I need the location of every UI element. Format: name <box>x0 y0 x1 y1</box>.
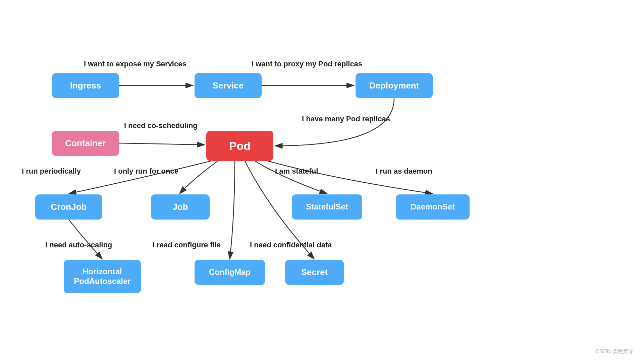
label-cronjob: I run periodically <box>22 167 81 176</box>
label-job: I only run for once <box>114 167 178 176</box>
secret-node: Secret <box>285 260 344 285</box>
daemonset-node: DaemonSet <box>396 194 470 220</box>
statefulset-node: StatefulSet <box>292 194 362 220</box>
diagram: Ingress Service Deployment Container Pod… <box>0 0 644 362</box>
label-statefulset: I am stateful <box>275 167 318 176</box>
pod-node: Pod <box>206 131 273 161</box>
cronjob-node: CronJob <box>35 194 102 220</box>
label-service-deployment: I want to proxy my Pod replicas <box>252 60 362 68</box>
label-hpa: I need auto-scaling <box>45 241 112 249</box>
arrows-svg <box>0 0 644 362</box>
container-node: Container <box>52 131 119 156</box>
label-ingress-service: I want to expose my Services <box>84 60 186 68</box>
service-node: Service <box>195 73 262 98</box>
label-daemonset: I run as daemon <box>376 167 432 176</box>
ingress-node: Ingress <box>52 73 119 98</box>
watermark: CSDN @秋意零 <box>596 348 634 355</box>
job-node: Job <box>151 194 210 220</box>
deployment-node: Deployment <box>356 73 433 98</box>
label-configmap: I read configure file <box>153 241 221 249</box>
svg-line-3 <box>119 143 205 145</box>
configmap-node: ConfigMap <box>195 260 265 285</box>
label-deployment-pod: I have many Pod replicas <box>302 115 390 123</box>
label-secret: I need confidential data <box>250 241 332 249</box>
label-container-pod: I need co-scheduling <box>124 121 198 130</box>
hpa-node: Horizontal PodAutoscaler <box>64 260 141 293</box>
